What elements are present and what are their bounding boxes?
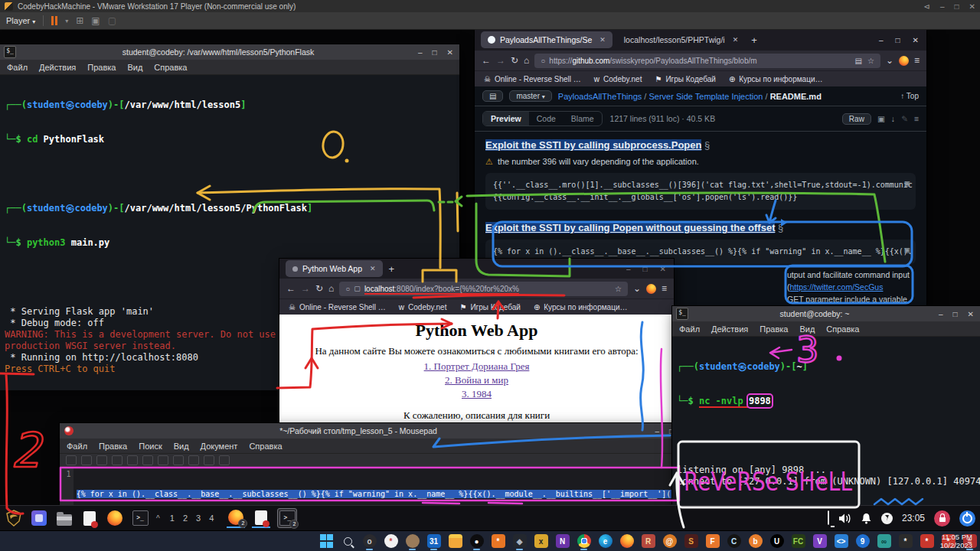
mousepad-body[interactable]: 1 {% for x in ().__class__.__base__.__su…: [60, 468, 680, 505]
chevron-up-icon[interactable]: ^: [156, 514, 160, 523]
player-menu[interactable]: Player ▾: [6, 16, 35, 25]
minimize-button[interactable]: –: [626, 265, 631, 273]
raw-button[interactable]: Raw: [842, 113, 871, 125]
new-tab-button[interactable]: +: [389, 263, 395, 275]
pocket-icon[interactable]: ⌄: [633, 283, 641, 294]
forward-button[interactable]: →: [301, 283, 310, 294]
book-link[interactable]: 2. Война и мир: [445, 374, 508, 386]
menu-item[interactable]: Файл: [679, 324, 700, 334]
tab-blame[interactable]: Blame: [564, 112, 602, 126]
taskbar-mousepad-running[interactable]: [252, 508, 270, 528]
terminal1-titlebar[interactable]: $_ student@codeby: /var/www/html/lesson5…: [0, 44, 459, 60]
fullscreen-icon[interactable]: ▣: [91, 15, 100, 26]
taskbar-app-icon[interactable]: V: [811, 532, 828, 550]
close-button[interactable]: ✕: [660, 265, 666, 273]
url-bar[interactable]: ○ https://github.com/swisskyrepo/Payload…: [534, 54, 880, 68]
file-manager-icon[interactable]: [55, 509, 74, 527]
anchor-link-icon[interactable]: §: [778, 222, 783, 233]
show-desktop-icon[interactable]: [30, 509, 48, 527]
taskbar-app-icon[interactable]: FC: [789, 532, 807, 550]
undo-icon[interactable]: [142, 455, 153, 465]
editor-text[interactable]: {% for x in ().__class__.__base__.__subc…: [74, 468, 680, 505]
paste-icon[interactable]: [204, 455, 214, 465]
menu-item[interactable]: Правка: [99, 442, 127, 451]
file-tree-icon[interactable]: ▤: [482, 90, 503, 102]
menu-item[interactable]: Файл: [7, 63, 28, 72]
maximize-button[interactable]: □: [433, 48, 437, 57]
windows-search-icon[interactable]: [339, 532, 357, 550]
bookmark-item[interactable]: ⚑Игры Кодебай: [459, 303, 520, 311]
taskbar-app-icon[interactable]: 9: [854, 532, 871, 550]
firefox-account-icon[interactable]: [899, 56, 909, 66]
back-button[interactable]: ←: [286, 283, 296, 294]
menu-item[interactable]: Справка: [154, 63, 187, 72]
taskbar-app-icon[interactable]: ∞: [875, 532, 893, 550]
power-manager-icon[interactable]: [881, 513, 893, 524]
taskbar-app-icon[interactable]: [446, 532, 464, 550]
taskbar-terminal-running[interactable]: >_2: [277, 508, 297, 528]
taskbar-app-icon[interactable]: [575, 532, 593, 550]
notification-bell-icon[interactable]: [861, 513, 872, 524]
vm-clock[interactable]: 23:05: [902, 513, 925, 523]
mute-icon[interactable]: ⊲: [924, 2, 930, 11]
copy-icon[interactable]: ▣: [904, 244, 910, 256]
taskbar-app-icon[interactable]: x: [532, 532, 550, 550]
maximize-button[interactable]: □: [643, 265, 648, 273]
volume-icon[interactable]: [838, 513, 851, 524]
menu-item[interactable]: Действия: [39, 63, 76, 72]
windows-start-button[interactable]: [318, 532, 335, 550]
anchor-link-icon[interactable]: §: [704, 139, 710, 151]
taskbar-app-icon[interactable]: *: [918, 532, 936, 550]
open-file-icon[interactable]: [81, 455, 92, 465]
menu-item[interactable]: Вид: [174, 442, 189, 451]
ctrl-alt-del-icon[interactable]: ⊞: [76, 15, 83, 26]
breadcrumb-repo-link[interactable]: PayloadsAllTheThings: [558, 92, 642, 101]
home-button[interactable]: ⌂: [524, 55, 529, 66]
bookmark-star-icon[interactable]: ☆: [867, 57, 874, 65]
cut-icon[interactable]: [173, 455, 184, 465]
menu-item[interactable]: Вид: [799, 324, 815, 334]
pocket-icon[interactable]: ⌄: [886, 55, 893, 66]
firefox-account-icon[interactable]: [646, 284, 656, 294]
taskbar-app-icon[interactable]: *: [897, 532, 914, 550]
close-button[interactable]: ✕: [968, 310, 974, 318]
bookmark-item[interactable]: wCodeby.net: [594, 75, 642, 83]
bookmark-item[interactable]: ⚑Игры Кодебай: [655, 75, 715, 83]
maximize-button[interactable]: □: [955, 2, 959, 11]
menu-item[interactable]: Действия: [711, 324, 748, 334]
tab-close-icon[interactable]: ✕: [370, 265, 376, 272]
home-button[interactable]: ⌂: [328, 283, 334, 294]
edit-pencil-icon[interactable]: ✎: [901, 114, 908, 123]
minimize-button[interactable]: –: [655, 427, 659, 435]
terminal2-titlebar[interactable]: $_ student@codeby: ~ – □ ✕: [672, 306, 980, 321]
workspace-switcher[interactable]: 1 2 3 4: [170, 514, 217, 523]
taskbar-app-icon[interactable]: 31: [425, 532, 443, 550]
bookmark-star-icon[interactable]: ☆: [615, 285, 622, 293]
taskbar-app-icon[interactable]: b: [746, 532, 764, 550]
app-menu-icon[interactable]: ≡: [914, 55, 920, 66]
app-menu-kali-icon[interactable]: [5, 509, 23, 527]
minimize-button[interactable]: –: [418, 48, 423, 57]
branch-selector[interactable]: master ▾: [509, 90, 551, 102]
bookmark-item[interactable]: ⊕Курсы по информаци…: [729, 75, 823, 83]
forward-button[interactable]: →: [496, 55, 505, 66]
redo-icon[interactable]: [158, 455, 168, 465]
app-menu-icon[interactable]: ≡: [662, 283, 667, 294]
taskbar-app-icon[interactable]: N: [554, 532, 571, 550]
windows-clock[interactable]: 11:05 PM 10/2/2023: [940, 533, 972, 549]
copy-icon[interactable]: ▣: [904, 178, 910, 190]
download-icon[interactable]: ↓: [891, 114, 895, 123]
menu-item[interactable]: Правка: [87, 63, 116, 72]
taskbar-app-icon[interactable]: [403, 532, 421, 550]
url-bar[interactable]: ○ ▢ localhost:8080/index?book={%%20for%2…: [339, 282, 628, 296]
tab-python-web-app[interactable]: Python Web App✕: [286, 260, 383, 277]
lock-screen-icon[interactable]: [934, 510, 950, 527]
menu-item[interactable]: Справка: [826, 324, 859, 334]
breadcrumb-folder-link[interactable]: Server Side Template Injection: [648, 92, 763, 101]
taskbar-app-icon[interactable]: o: [361, 532, 378, 550]
close-button[interactable]: ✕: [447, 48, 453, 57]
taskbar-app-icon[interactable]: e: [596, 532, 614, 550]
taskbar-app-icon[interactable]: [618, 532, 635, 550]
suspend-button[interactable]: [51, 16, 57, 25]
new-file-icon[interactable]: [66, 455, 77, 465]
